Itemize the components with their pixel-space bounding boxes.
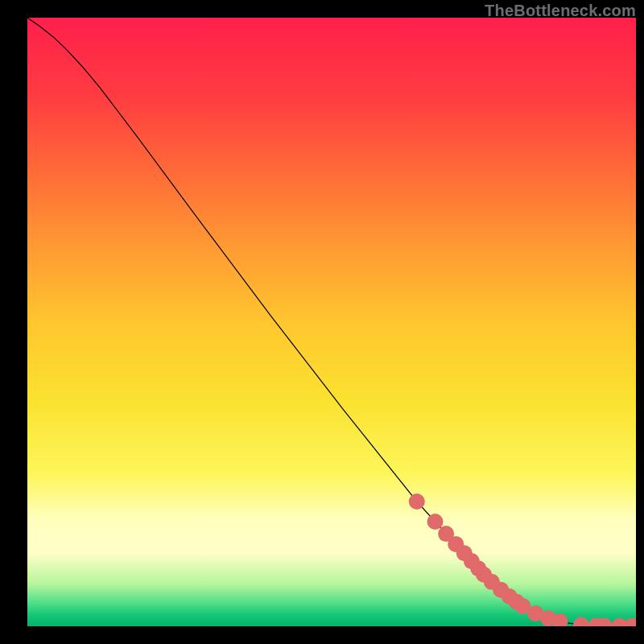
data-marker — [427, 514, 444, 530]
gradient-background — [27, 18, 636, 626]
chart-plot-area — [27, 18, 636, 626]
data-marker — [409, 493, 425, 510]
chart-root: TheBottleneck.com — [0, 0, 644, 644]
